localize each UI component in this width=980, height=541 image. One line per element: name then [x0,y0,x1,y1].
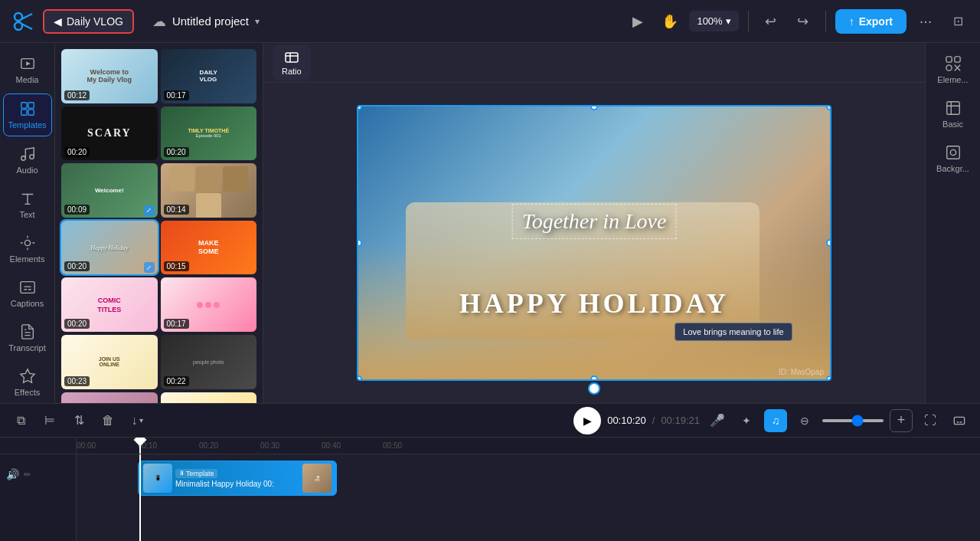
template-thumb-11[interactable]: JOIN USONLINE 00:23 [61,335,158,389]
sidebar-item-captions[interactable]: Captions [3,273,52,314]
volume-icon: 🔊 [6,468,19,480]
track-content: 📱 ⏸ Template Minimalist Happy Holiday 00… [77,454,980,541]
handle-top-right[interactable] [826,105,831,110]
project-dropdown-icon[interactable]: ▾ [255,16,260,27]
right-panel-basic[interactable]: Basic [929,93,978,135]
back-arrow-icon: ◀ [54,15,62,28]
template-thumb-7[interactable]: Happy Holiday ⤢ 00:20 [61,221,158,275]
sidebar-audio-label: Audio [16,166,38,175]
svg-rect-18 [286,53,298,62]
handle-bottom-right[interactable] [826,375,831,381]
timeline-toolbar: ⧉ ⊨ ⇅ 🗑 ↓▾ ▶ 00:10:20 / 00:19:21 🎤 ✦ ♫ ⊖… [0,404,980,438]
svg-point-12 [24,240,30,245]
right-panel-background[interactable]: Backgr... [929,138,978,179]
handle-middle-right[interactable] [826,239,831,247]
sidebar-item-effects[interactable]: Effects [3,362,52,403]
svg-rect-9 [28,110,33,115]
template-clip[interactable]: 📱 ⏸ Template Minimalist Happy Holiday 00… [138,461,337,496]
timeline-content: 🔊 ✏ 00:00 00:10 00:20 00:30 00:40 00:50 [0,438,980,541]
template-thumb-10[interactable]: 00:17 [161,277,257,332]
sidebar-item-templates[interactable]: Templates [3,93,52,136]
right-sidebar: Eleme... Basic Backgr... [925,43,980,403]
handle-bottom-left[interactable] [357,375,362,381]
cloud-icon: ☁ [152,13,166,30]
zoom-level: 100% [697,15,722,27]
handle-bottom-center[interactable] [590,375,598,381]
timeline-clip-btn[interactable]: ⧉ [9,409,32,432]
right-panel-elements[interactable]: Eleme... [929,49,978,90]
timeline-split-btn[interactable]: ⊨ [38,409,61,432]
template-thumb-9[interactable]: COMIC TITLES 00:20 [61,277,158,332]
svg-rect-13 [20,282,34,293]
divider [748,11,749,32]
add-track-btn[interactable]: + [890,409,913,432]
ruler-0: 00:00 [77,441,96,450]
timeline-align-btn[interactable]: ⇅ [67,409,90,432]
template-thumb-12[interactable]: people photo 00:22 [161,335,257,389]
redo-button[interactable]: ↪ [790,8,816,34]
template-thumb-14[interactable]: Memories 00:18 [161,392,257,403]
timeline-download-btn[interactable]: ↓▾ [126,409,149,432]
ruler-30: 00:30 [260,441,279,450]
template-thumb-1[interactable]: Welcome toMy Daily Vlog 00:12 [61,49,158,103]
templates-icon [19,100,36,117]
rotate-handle[interactable] [588,382,600,395]
effects-icon [19,368,36,385]
canvas-text-together[interactable]: Together in Love [512,204,677,239]
template-thumb-6[interactable]: 00:14 [161,163,257,218]
right-panel-background-label: Backgr... [936,164,969,173]
canvas-toolbar: Ratio [263,43,925,83]
sidebar-item-transcript[interactable]: Transcript [3,317,52,359]
mic-button[interactable]: 🎤 [706,409,729,432]
template-thumb-13[interactable]: BEAUTIFULMEMORIES 00:17 [61,392,158,403]
sidebar-item-elements[interactable]: Elements [3,228,52,270]
beat-sync-btn[interactable]: ♫ [764,409,787,432]
zoom-control[interactable]: 100% ▾ [689,11,738,31]
svg-point-21 [946,65,951,70]
ruler-20: 00:20 [199,441,218,450]
split-view-button[interactable]: ⊡ [945,8,971,34]
template-duration-8: 00:15 [164,261,189,271]
text-icon [19,190,36,207]
clip-title: Minimalist Happy Holiday 00: [175,480,274,488]
project-title: Untitled project [172,15,249,28]
timeline-ruler: 00:00 00:10 00:20 00:30 00:40 00:50 [77,438,980,454]
fullscreen-btn[interactable]: ⛶ [919,409,942,432]
magic-cut-btn[interactable]: ✦ [735,409,758,432]
sidebar-elements-label: Elements [10,254,45,264]
play-button[interactable]: ▶ [573,407,601,434]
svg-point-1 [15,22,22,30]
export-button[interactable]: ↑ Export [835,9,906,34]
template-thumb-2[interactable]: DAILYVLOG 00:17 [161,49,257,103]
more-options-button[interactable]: ··· [913,8,939,34]
mute-btn[interactable]: ⊖ [793,409,816,432]
svg-marker-5 [26,61,31,66]
hand-tool-button[interactable]: ✋ [657,8,683,34]
total-time: 00:19:21 [661,415,700,426]
template-thumb-4[interactable]: TIMLY TIMOTHÉ Episode 001 00:20 [161,107,257,161]
volume-slider[interactable] [822,419,884,422]
canvas-badge[interactable]: Love brings meaning to life [675,323,792,341]
sidebar-item-media[interactable]: Media [3,49,52,90]
caption-icon [953,415,965,427]
canvas-text-holiday[interactable]: HAPPY HOLIDAY [459,287,729,320]
timeline-delete-btn[interactable]: 🗑 [96,409,119,432]
sidebar-item-text[interactable]: Text [3,184,52,225]
undo-button[interactable]: ↩ [758,8,784,34]
sidebar-item-audio[interactable]: Audio [3,139,52,181]
app-logo [9,8,37,35]
template-thumb-3[interactable]: SCARY 00:20 [61,107,158,161]
caption-btn[interactable] [948,409,971,432]
template-thumb-5[interactable]: Welcome! ⤢ 00:09 [61,163,158,218]
template-thumb-8[interactable]: MAKESOME 00:15 [161,221,257,275]
template-duration-4: 00:20 [164,147,189,157]
edit-icon[interactable]: ✏ [24,470,31,480]
ratio-button[interactable]: Ratio [273,45,311,80]
back-button[interactable]: ◀ Daily VLOG [43,9,134,34]
template-duration-11: 00:23 [64,376,90,386]
cursor-tool-button[interactable]: ▶ [625,8,651,34]
elements-panel-icon [945,55,962,72]
header-tools: ▶ ✋ 100% ▾ ↩ ↪ ↑ Export ··· ⊡ [625,8,971,34]
svg-rect-8 [21,110,26,115]
svg-rect-20 [954,57,959,62]
